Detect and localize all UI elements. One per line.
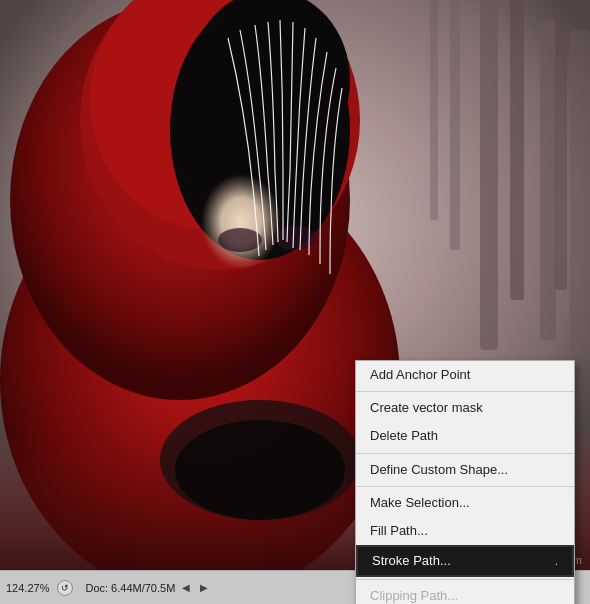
context-menu: Add Anchor Point Create vector mask Dele… [355,360,575,604]
menu-item-clipping-path: Clipping Path... [356,582,574,604]
nav-arrow-left[interactable]: ◀ [179,581,193,595]
menu-item-delete-path[interactable]: Delete Path [356,422,574,450]
menu-separator-2 [356,453,574,454]
canvas-area: Add Anchor Point Create vector mask Dele… [0,0,590,604]
menu-item-add-anchor-point[interactable]: Add Anchor Point [356,361,574,389]
zoom-level: 124.27% [6,582,49,594]
nav-arrow-right[interactable]: ▶ [197,581,211,595]
status-icons: ↺ [57,580,73,596]
menu-item-define-custom-shape[interactable]: Define Custom Shape... [356,456,574,484]
stroke-path-shortcut: . [555,553,558,570]
menu-separator-3 [356,486,574,487]
menu-separator-4 [356,579,574,580]
menu-item-create-vector-mask[interactable]: Create vector mask [356,394,574,422]
menu-separator-1 [356,391,574,392]
status-icon-rotate[interactable]: ↺ [57,580,73,596]
doc-info: Doc: 6.44M/70.5M [85,582,175,594]
menu-item-stroke-path[interactable]: Stroke Path... . [356,545,574,577]
menu-item-fill-path[interactable]: Fill Path... [356,517,574,545]
menu-item-make-selection[interactable]: Make Selection... [356,489,574,517]
